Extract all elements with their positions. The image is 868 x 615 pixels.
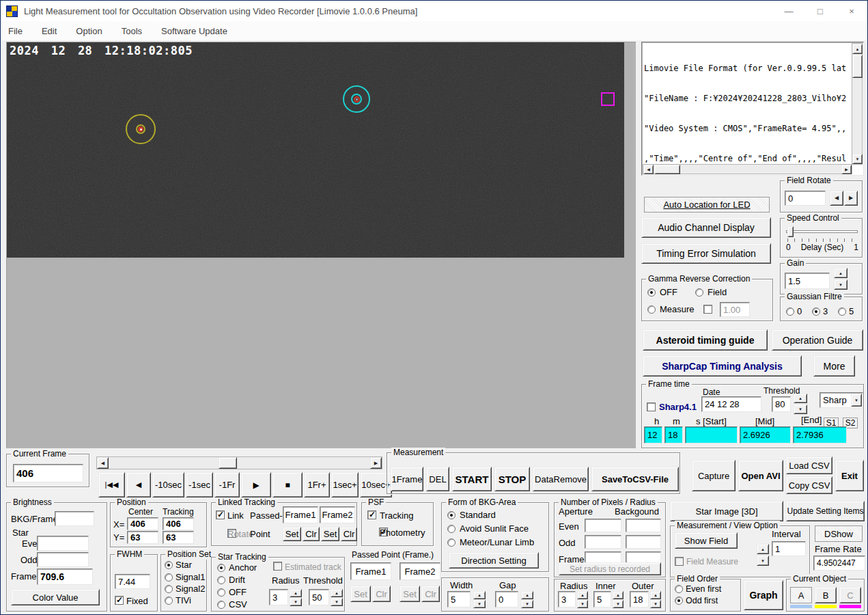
current-frame-input[interactable]: 406 — [13, 464, 83, 482]
object-a-button[interactable]: A — [790, 587, 812, 603]
linked-clr2-button[interactable]: Clr — [341, 527, 357, 541]
pos-set-signal1-option[interactable]: Signal1 — [165, 572, 205, 582]
update-setting-items-button[interactable]: Update Setting Items — [786, 501, 865, 521]
pos-set-tivi-option[interactable]: TIVi — [165, 595, 191, 605]
play-button[interactable]: ▶ — [241, 472, 271, 497]
tracking-threshold-input[interactable]: 50 — [309, 589, 329, 605]
gain-down-icon[interactable]: ▼ — [834, 279, 848, 290]
vscroll-thumb[interactable] — [852, 55, 863, 78]
linked-clr1-button[interactable]: Clr — [303, 527, 320, 541]
gap-down-icon[interactable]: ▼ — [521, 600, 533, 608]
back-1frame-button[interactable]: -1Fr — [214, 472, 240, 497]
outer-input[interactable]: 18 — [630, 591, 649, 607]
inner-down-icon[interactable]: ▼ — [613, 600, 624, 608]
menu-edit[interactable]: Edit — [42, 26, 57, 36]
audio-channel-display-button[interactable]: Audio Channel Display — [641, 217, 771, 238]
start-button[interactable]: START — [452, 467, 492, 491]
object-b-button[interactable]: B — [815, 587, 837, 603]
passed-frame1-box[interactable]: Frame1 — [350, 562, 391, 580]
even-first-option[interactable]: Even first — [675, 584, 721, 594]
star-even-input[interactable] — [37, 536, 89, 551]
radius-input[interactable]: 3 — [558, 591, 576, 607]
gamma-value-input[interactable]: 1.00 — [720, 302, 750, 317]
graph-button[interactable]: Graph — [744, 580, 783, 610]
star-frame-input[interactable]: 709.6 — [37, 569, 93, 585]
gap-up-icon[interactable]: ▲ — [521, 591, 533, 599]
outer-up-icon[interactable]: ▲ — [650, 591, 661, 599]
passed-frame2-box[interactable]: Frame2 — [400, 562, 440, 580]
speed-slider-track[interactable] — [786, 230, 858, 233]
dropdown-arrow-icon[interactable]: ▼ — [851, 394, 862, 407]
date-input[interactable]: 24 12 28 — [701, 396, 761, 412]
radius-up-icon[interactable]: ▲ — [577, 591, 588, 599]
tracking-drift-option[interactable]: Drift — [217, 575, 245, 585]
gamma-field-radio[interactable] — [695, 288, 703, 297]
bkg-avoid-option[interactable]: Avoid Sunlit Face — [447, 523, 529, 534]
gamma-checkbox[interactable] — [703, 305, 712, 314]
odd-first-radio[interactable] — [675, 597, 683, 605]
sharp41-checkbox[interactable] — [647, 402, 656, 411]
data-remove-button[interactable]: DataRemove — [533, 467, 589, 491]
timing-error-simulation-button[interactable]: Timing Error Simulation — [641, 243, 771, 264]
stop-playback-button[interactable]: ■ — [272, 472, 303, 497]
threshold-down-icon[interactable]: ▼ — [794, 405, 807, 414]
interval-down-icon[interactable]: ▼ — [757, 556, 769, 566]
tracking-anchor-option[interactable]: Anchor — [217, 562, 257, 573]
sharp-dropdown[interactable]: Sharp ▼ — [820, 392, 863, 408]
tracking-radius-up-icon[interactable]: ▲ — [290, 589, 302, 597]
time-mid-field[interactable]: 2.6926 — [740, 426, 791, 443]
bkg-meteor-option[interactable]: Meteor/Lunar Limb — [447, 537, 534, 547]
threshold-input[interactable]: 80 — [772, 396, 791, 412]
gamma-measure-radio[interactable] — [647, 305, 656, 314]
more-button[interactable]: More — [813, 355, 855, 377]
linked-frame1-box[interactable]: Frame1 — [283, 506, 318, 523]
tracking-csv-radio[interactable] — [217, 601, 225, 609]
show-field-button[interactable]: Show Field — [675, 532, 738, 549]
linked-set1-button[interactable]: Set — [283, 527, 301, 541]
fwd-1frame-button[interactable]: 1Fr+ — [304, 472, 330, 497]
rotate-left-icon[interactable]: ◀ — [830, 191, 843, 206]
gaussian-0-option[interactable]: 0 — [786, 306, 802, 316]
operation-guide-button[interactable]: Operation Guide — [772, 329, 863, 351]
gamma-measure-option[interactable]: Measure — [647, 304, 695, 314]
save-to-csv-button[interactable]: SaveToCSV-File — [591, 467, 679, 491]
scroll-up-icon[interactable]: ▲ — [852, 44, 863, 54]
del-button[interactable]: DEL — [426, 467, 449, 491]
pos-set-signal2-option[interactable]: Signal2 — [165, 584, 205, 594]
link-checkbox[interactable] — [216, 510, 225, 519]
time-end-field[interactable]: 2.7936 — [793, 426, 847, 443]
gaussian-3-radio[interactable] — [812, 308, 820, 316]
time-h-field[interactable]: 12 — [644, 426, 662, 443]
x-tracking-input[interactable]: 406 — [163, 517, 194, 530]
load-csv-button[interactable]: Load CSV — [786, 456, 832, 474]
step-back-button[interactable]: ◀ — [126, 472, 151, 497]
hscroll-thumb[interactable] — [654, 165, 680, 174]
tracking-radius-input[interactable]: 3 — [269, 589, 288, 605]
frame-scroll-left-icon[interactable]: ◀ — [97, 457, 109, 469]
inner-up-icon[interactable]: ▲ — [613, 591, 624, 599]
gain-input[interactable]: 1.5 — [785, 273, 830, 289]
gamma-field-option[interactable]: Field — [695, 287, 727, 297]
estimated-track-checkbox[interactable] — [273, 562, 282, 571]
bkg-meteor-radio[interactable] — [447, 538, 456, 547]
back-1sec-button[interactable]: -1sec — [186, 472, 213, 497]
rotate-right-icon[interactable]: ▶ — [844, 191, 858, 206]
skip-to-start-button[interactable]: |◀◀ — [98, 472, 125, 497]
tracking-off-option[interactable]: OFF — [217, 587, 247, 597]
pixels-odd-background-input[interactable] — [626, 535, 661, 549]
y-center-input[interactable]: 63 — [127, 531, 158, 544]
pos-set-tivi-radio[interactable] — [165, 597, 173, 605]
bkg-standard-radio[interactable] — [447, 511, 456, 519]
bkg-avoid-radio[interactable] — [447, 525, 456, 533]
passed-set2-button[interactable]: Set — [400, 586, 420, 602]
object-c-button[interactable]: C — [839, 587, 861, 603]
csv-vscrollbar[interactable]: ▲ ▼ — [852, 43, 863, 165]
tracking-threshold-down-icon[interactable]: ▼ — [331, 598, 343, 606]
menu-tools[interactable]: Tools — [122, 26, 142, 36]
auto-location-led-button[interactable]: Auto Location for LED — [644, 197, 770, 213]
interval-input[interactable]: 1 — [772, 541, 806, 556]
star-image-3d-button[interactable]: Star Image [3D] — [670, 501, 783, 521]
tracking-threshold-up-icon[interactable]: ▲ — [331, 589, 343, 597]
tracking-drift-radio[interactable] — [217, 576, 225, 584]
measure-1frame-button[interactable]: 1Frame — [391, 467, 423, 491]
